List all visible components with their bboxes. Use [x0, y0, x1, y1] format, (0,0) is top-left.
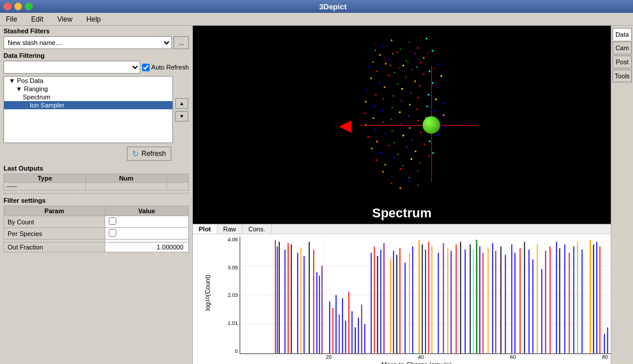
- tree-item-ionsampler[interactable]: Ion Sampler: [4, 101, 172, 109]
- tab-cam[interactable]: Cam: [613, 41, 632, 54]
- svg-point-117: [399, 67, 400, 68]
- svg-point-96: [420, 162, 421, 164]
- menu-file[interactable]: File: [2, 14, 20, 25]
- svg-point-33: [432, 82, 434, 84]
- svg-point-92: [385, 164, 386, 166]
- svg-point-77: [394, 142, 396, 144]
- svg-point-91: [376, 160, 378, 161]
- svg-point-100: [400, 168, 402, 170]
- menu-edit[interactable]: Edit: [27, 14, 47, 25]
- tab-data[interactable]: Data: [613, 28, 632, 40]
- svg-point-118: [407, 63, 409, 64]
- close-button[interactable]: [4, 2, 12, 11]
- menu-help[interactable]: Help: [83, 14, 105, 25]
- outputs-col-extra: [167, 174, 188, 183]
- svg-point-90: [433, 152, 434, 154]
- filter-select[interactable]: [4, 61, 140, 74]
- value-outfraction[interactable]: 1.000000: [105, 242, 188, 252]
- bycount-checkbox[interactable]: [109, 217, 116, 225]
- y-tick-0: 0: [235, 348, 238, 354]
- x-axis-label: Mass-to-Charge (amu/e): [222, 360, 611, 364]
- stash-row: New stash name.... ...: [0, 35, 192, 50]
- svg-point-80: [420, 132, 422, 134]
- svg-point-119: [416, 67, 417, 68]
- svg-point-16: [432, 50, 434, 52]
- refresh-button[interactable]: ↻ Refresh: [127, 147, 171, 161]
- x-tick-80: 80: [602, 354, 608, 360]
- value-bycount[interactable]: [105, 216, 188, 228]
- window-controls[interactable]: [4, 2, 33, 11]
- tree-item-ranging[interactable]: ▼ Ranging: [4, 85, 172, 93]
- value-perspecies[interactable]: [105, 228, 188, 240]
- tab-raw[interactable]: Raw: [217, 224, 243, 234]
- svg-point-18: [376, 71, 378, 72]
- move-down-button[interactable]: ▼: [175, 111, 188, 122]
- svg-point-67: [392, 130, 393, 132]
- svg-point-65: [374, 129, 376, 131]
- y-tick-1: 1.01: [227, 320, 238, 326]
- svg-point-40: [410, 92, 412, 94]
- svg-point-19: [385, 63, 387, 65]
- svg-point-113: [427, 52, 428, 53]
- tab-cons[interactable]: Cons.: [243, 224, 272, 234]
- svg-point-42: [428, 94, 430, 96]
- menu-view[interactable]: View: [54, 14, 76, 25]
- svg-point-22: [411, 69, 413, 71]
- stash-dots-button[interactable]: ...: [174, 36, 189, 49]
- x-tick-60: 60: [510, 354, 516, 360]
- auto-refresh-label: Auto Refresh: [151, 64, 189, 71]
- svg-point-9: [435, 46, 437, 47]
- move-up-button[interactable]: ▲: [175, 98, 188, 109]
- svg-point-106: [417, 185, 419, 186]
- svg-point-31: [414, 81, 416, 82]
- tree-item-posdata[interactable]: ▼ Pos Data: [4, 77, 172, 85]
- svg-point-103: [391, 183, 393, 185]
- svg-point-12: [397, 51, 399, 53]
- refresh-label: Refresh: [141, 150, 166, 158]
- stash-select[interactable]: New stash name....: [4, 36, 172, 49]
- svg-point-45: [374, 106, 376, 108]
- tab-post[interactable]: Post: [613, 56, 632, 68]
- viewport-3d[interactable]: ◀ Spectrum: [193, 26, 611, 224]
- tab-plot[interactable]: Plot: [193, 224, 217, 234]
- svg-point-56: [382, 110, 383, 112]
- svg-point-110: [401, 56, 402, 57]
- svg-point-15: [423, 57, 425, 59]
- svg-point-50: [418, 97, 420, 99]
- y-tick-2: 2.03: [227, 292, 238, 298]
- spectrum-chart: [240, 237, 611, 354]
- updown-column: ▲ ▼: [175, 76, 189, 143]
- svg-point-59: [408, 116, 410, 117]
- svg-point-49: [409, 104, 411, 106]
- svg-point-99: [391, 176, 393, 178]
- svg-point-70: [418, 120, 420, 122]
- tab-tools[interactable]: Tools: [613, 70, 632, 82]
- svg-point-26: [371, 78, 372, 79]
- svg-point-23: [420, 62, 422, 64]
- titlebar: 3Depict: [0, 0, 633, 13]
- minimize-button[interactable]: [14, 2, 22, 11]
- perspecies-checkbox[interactable]: [109, 229, 116, 237]
- svg-point-63: [443, 115, 445, 116]
- svg-point-34: [441, 75, 442, 77]
- svg-point-101: [409, 177, 410, 179]
- tree-item-spectrum[interactable]: Spectrum: [4, 93, 172, 101]
- svg-point-46: [383, 98, 385, 100]
- filter-tree[interactable]: ▼ Pos Data ▼ Ranging Spectrum Ion Sample…: [4, 76, 173, 143]
- last-outputs-label: Last Outputs: [0, 163, 192, 172]
- svg-point-57: [390, 119, 392, 120]
- left-panel: Stashed Filters New stash name.... ... D…: [0, 26, 193, 364]
- svg-point-58: [399, 112, 401, 113]
- svg-point-24: [429, 71, 431, 72]
- auto-refresh-row: Auto Refresh: [142, 64, 189, 71]
- maximize-button[interactable]: [25, 2, 33, 11]
- outputs-table: Type Num ——: [4, 174, 189, 190]
- arrow-icon: ◀: [339, 115, 352, 134]
- svg-point-79: [411, 139, 413, 141]
- menubar: File Edit View Help: [0, 13, 633, 26]
- auto-refresh-checkbox[interactable]: [142, 64, 150, 71]
- svg-point-60: [417, 109, 418, 110]
- svg-point-37: [384, 86, 386, 88]
- svg-point-112: [418, 58, 420, 60]
- table-row: Per Species: [4, 228, 189, 240]
